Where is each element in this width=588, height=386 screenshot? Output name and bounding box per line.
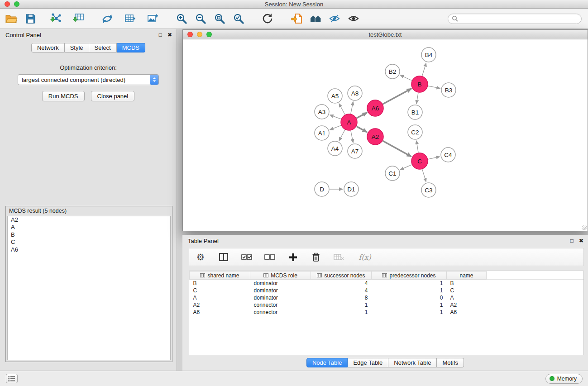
zoom-window-button[interactable] (14, 1, 19, 7)
graph-edge-B-B4[interactable] (422, 63, 426, 76)
graph-edge-C-C4[interactable] (428, 157, 440, 159)
graph-edge-A-A4[interactable] (339, 130, 345, 141)
zoom-fit-button[interactable] (212, 11, 227, 26)
table-row[interactable]: A2connector11A2 (190, 301, 584, 309)
table-row[interactable]: A6connector11A6 (190, 309, 584, 316)
graph-node-label: A3 (318, 109, 326, 115)
column-header[interactable]: MCDS role (250, 272, 311, 280)
trash-icon[interactable] (311, 252, 321, 262)
graph-edge-A-A7[interactable] (351, 131, 353, 143)
graph-edge-B-B2[interactable] (400, 75, 412, 81)
close-panel-button[interactable]: Close panel (91, 91, 135, 101)
graph-edge-A2-C[interactable] (383, 141, 411, 157)
zoom-in-icon (176, 13, 187, 24)
tab-style[interactable]: Style (65, 43, 89, 52)
column-header[interactable]: shared name (190, 272, 250, 280)
table-tabs: Node Table Edge Table Network Table Moti… (306, 358, 464, 367)
tab-motifs[interactable]: Motifs (437, 358, 464, 367)
save-session-button[interactable] (23, 11, 38, 26)
graph-edge-A-A3[interactable] (330, 115, 341, 119)
graph-node-label: B1 (411, 109, 419, 116)
graph-edge-C-C3[interactable] (422, 169, 426, 182)
graph-edge-A-A8[interactable] (351, 102, 353, 114)
graph-node-label: A1 (318, 130, 326, 137)
refresh-layout-button[interactable] (260, 11, 275, 26)
new-table-button[interactable] (122, 11, 138, 26)
export-image-button[interactable] (145, 11, 160, 26)
column-header[interactable]: successor nodes (311, 272, 372, 280)
zoom-out-button[interactable] (193, 11, 208, 26)
select-all-icon[interactable] (241, 252, 252, 262)
network-view-window: testGlobe.txt AA6A2BCA5A8A3A1A4A7B4B2B3B… (182, 29, 588, 231)
show-columns-icon[interactable] (218, 252, 229, 262)
node-table[interactable]: shared name MCDS role successor nodes pr… (189, 271, 584, 355)
list-item[interactable]: A (8, 224, 170, 231)
graph-edge-C-C1[interactable] (400, 165, 411, 170)
zoom-selected-button[interactable] (231, 11, 246, 26)
window-title: Session: New Session (265, 1, 323, 8)
close-network-button[interactable] (187, 32, 193, 37)
import-network-url-button[interactable] (100, 11, 115, 26)
import-network-file-button[interactable] (48, 11, 63, 26)
column-grid-icon (382, 273, 387, 277)
graph-edge-A-A1[interactable] (330, 125, 341, 130)
graph-edge-A-A6[interactable] (357, 113, 367, 118)
graph-edge-B-B3[interactable] (428, 86, 440, 88)
run-mcds-button[interactable]: Run MCDS (42, 91, 85, 101)
open-folder-icon (5, 13, 18, 24)
search-icon (452, 15, 458, 22)
column-header[interactable]: name (447, 272, 487, 280)
zoom-network-button[interactable] (206, 32, 212, 37)
graph-edge-A-A2[interactable] (357, 126, 367, 132)
task-history-button[interactable] (6, 374, 18, 383)
zoom-out-icon (195, 13, 206, 24)
list-item[interactable]: A2 (8, 216, 170, 224)
graph-edge-C-C2[interactable] (416, 141, 418, 152)
float-panel-icon[interactable]: □ (570, 238, 574, 244)
resize-handle[interactable] (582, 225, 587, 230)
export-document-button[interactable] (289, 11, 304, 26)
open-session-button[interactable] (4, 11, 19, 26)
tab-node-table[interactable]: Node Table (306, 358, 348, 367)
graphics-details-button[interactable] (327, 11, 342, 26)
memory-button[interactable]: Memory (545, 374, 583, 384)
zoom-in-button[interactable] (174, 11, 189, 26)
column-header[interactable]: predecessor nodes (372, 272, 447, 280)
mcds-result-list[interactable]: A2 A B C A6 (7, 216, 171, 360)
table-row[interactable]: Cdominator41C (190, 287, 584, 294)
graph-edge-B-B1[interactable] (416, 93, 418, 104)
graph-node-label: B (417, 81, 421, 88)
graph-node-label: C3 (425, 187, 432, 194)
import-table-file-button[interactable] (71, 11, 86, 26)
search-box[interactable] (448, 14, 582, 24)
tab-network-table[interactable]: Network Table (388, 358, 437, 367)
show-hide-button[interactable] (346, 11, 361, 26)
close-panel-icon[interactable]: ✖ (579, 238, 583, 244)
list-item[interactable]: B (8, 231, 170, 238)
close-panel-icon[interactable]: ✖ (167, 32, 172, 38)
network-graph[interactable]: AA6A2BCA5A8A3A1A4A7B4B2B3B1C2C4C1C3DD1 (183, 39, 588, 231)
optimization-criterion-label: Optimization criterion: (0, 64, 177, 71)
graph-edge-A6-B[interactable] (383, 89, 411, 104)
list-item[interactable]: C (8, 238, 170, 246)
table-row[interactable]: Adominator80A (190, 294, 584, 301)
tab-network[interactable]: Network (31, 43, 65, 52)
criterion-dropdown[interactable]: largest connected component (directed) (18, 74, 159, 85)
float-panel-icon[interactable]: □ (159, 32, 162, 38)
network-canvas[interactable]: AA6A2BCA5A8A3A1A4A7B4B2B3B1C2C4C1C3DD1 (183, 39, 588, 231)
search-input[interactable] (460, 15, 578, 22)
minimize-network-button[interactable] (197, 32, 202, 37)
list-item[interactable]: A6 (8, 246, 170, 253)
tab-edge-table[interactable]: Edge Table (348, 358, 388, 367)
gear-icon[interactable]: ⚙ (195, 252, 206, 262)
column-grid-icon (263, 273, 268, 277)
close-window-button[interactable] (5, 1, 10, 7)
tab-mcds[interactable]: MCDS (117, 43, 145, 52)
mcds-result-title: MCDS result (5 nodes) (6, 206, 172, 215)
add-column-icon[interactable] (287, 252, 298, 262)
home-button[interactable] (308, 11, 323, 26)
deselect-all-icon[interactable] (264, 252, 275, 262)
graph-edge-A-A5[interactable] (339, 104, 345, 114)
tab-select[interactable]: Select (89, 43, 117, 52)
table-row[interactable]: Bdominator41B (190, 280, 584, 287)
